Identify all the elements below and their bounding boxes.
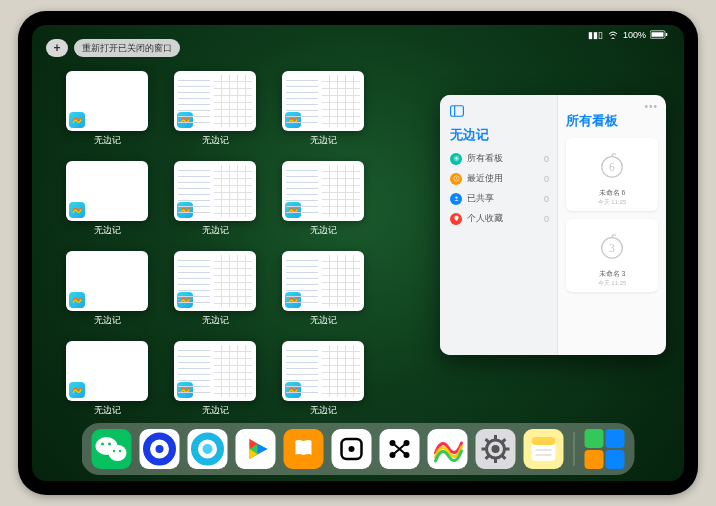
battery-icon [650,30,668,41]
row-count: 0 [544,214,549,224]
window-tile[interactable]: 无边记 [282,71,364,147]
window-title: 无边记 [310,314,337,327]
freeform-app-icon [177,292,193,308]
plus-icon: + [53,41,60,55]
status-bar: ▮▮▯ 100% [588,29,668,41]
svg-text:HD: HD [203,459,212,465]
window-thumbnail [174,71,256,131]
sidebar-item[interactable]: 最近使用 0 [450,172,549,185]
dock-dice-icon[interactable] [332,429,372,469]
panel-main: ••• 所有看板 6 未命名 6 今天 11:25 3 未命名 3 今天 11:… [558,95,666,355]
sidebar-item[interactable]: 所有看板 0 [450,152,549,165]
dock-dots-icon[interactable] [380,429,420,469]
panel-title: 无边记 [450,126,549,144]
window-thumbnail [282,71,364,131]
ipad-frame: ▮▮▯ 100% + 重新打开已关闭的窗口 无边记 无边记 [18,11,698,495]
svg-rect-3 [451,106,464,117]
window-tile[interactable]: 无边记 [66,251,148,327]
window-title: 无边记 [202,134,229,147]
window-thumbnail [66,341,148,401]
board-card[interactable]: 3 未命名 3 今天 11:25 [566,219,658,292]
svg-line-44 [502,439,506,443]
signal-icon: ▮▮▯ [588,30,603,40]
svg-point-15 [108,443,111,446]
screen: ▮▮▯ 100% + 重新打开已关闭的窗口 无边记 无边记 [32,25,684,481]
freeform-app-icon [285,292,301,308]
freeform-app-icon [285,202,301,218]
wifi-icon [607,29,619,41]
window-thumbnail [174,251,256,311]
dock: HD [82,423,635,475]
svg-point-29 [349,446,355,452]
window-title: 无边记 [310,224,337,237]
board-time: 今天 11:25 [598,198,627,207]
window-thumbnail [282,251,364,311]
dock-browser1-icon[interactable] [140,429,180,469]
row-icon [450,193,462,205]
row-label: 所有看板 [467,152,503,165]
window-thumbnail [66,251,148,311]
board-name: 未命名 3 [599,269,626,279]
row-count: 0 [544,154,549,164]
dock-browser2-icon[interactable]: HD [188,429,228,469]
svg-rect-1 [652,32,664,37]
window-thumbnail [282,341,364,401]
new-window-button[interactable]: + [46,39,68,57]
sidebar-toggle-icon[interactable] [450,105,549,120]
panel-right-title: 所有看板 [566,112,658,130]
window-tile[interactable]: 无边记 [174,251,256,327]
window-tile[interactable]: 无边记 [282,251,364,327]
dock-wechat-icon[interactable] [92,429,132,469]
dock-settings-icon[interactable] [476,429,516,469]
board-thumbnail: 3 [576,223,648,269]
window-tile[interactable]: 无边记 [174,341,256,417]
app-switcher-grid: 无边记 无边记 无边记 无边记 无边记 无边记 无边记 无边记 [66,71,446,417]
window-tile[interactable]: 无边记 [66,71,148,147]
more-icon[interactable]: ••• [644,101,658,112]
window-thumbnail [282,161,364,221]
svg-point-16 [113,450,115,452]
svg-marker-26 [258,444,268,454]
freeform-panel[interactable]: 无边记 所有看板 0 最近使用 0 已共享 0 个人收藏 0 ••• 所有看板 … [440,95,666,355]
freeform-app-icon [285,112,301,128]
row-icon [450,153,462,165]
dock-app-library-icon[interactable] [585,429,625,469]
svg-line-38 [502,455,506,459]
sidebar-item[interactable]: 已共享 0 [450,192,549,205]
window-title: 无边记 [202,314,229,327]
row-label: 最近使用 [467,172,503,185]
freeform-app-icon [177,112,193,128]
window-title: 无边记 [94,314,121,327]
board-name: 未命名 6 [599,188,626,198]
reopen-label: 重新打开已关闭的窗口 [82,42,172,55]
window-title: 无边记 [202,224,229,237]
row-label: 已共享 [467,192,494,205]
window-tile[interactable]: 无边记 [282,341,364,417]
dock-books-icon[interactable] [284,429,324,469]
sidebar-item[interactable]: 个人收藏 0 [450,212,549,225]
window-title: 无边记 [310,134,337,147]
svg-rect-47 [532,437,556,445]
board-card[interactable]: 6 未命名 6 今天 11:25 [566,138,658,211]
window-title: 无边记 [94,224,121,237]
svg-point-7 [455,196,457,198]
window-tile[interactable]: 无边记 [66,161,148,237]
window-title: 无边记 [202,404,229,417]
row-icon [450,213,462,225]
reopen-closed-window-pill[interactable]: 重新打开已关闭的窗口 [74,39,180,57]
dock-divider [574,432,575,466]
svg-point-13 [109,445,127,461]
svg-text:6: 6 [609,161,615,173]
window-thumbnail [174,161,256,221]
window-tile[interactable]: 无边记 [174,71,256,147]
dock-freeform-icon[interactable] [428,429,468,469]
battery-label: 100% [623,30,646,40]
window-tile[interactable]: 无边记 [66,341,148,417]
window-tile[interactable]: 无边记 [282,161,364,237]
dock-play-icon[interactable] [236,429,276,469]
window-thumbnail [174,341,256,401]
freeform-app-icon [177,202,193,218]
dock-notes-icon[interactable] [524,429,564,469]
window-tile[interactable]: 无边记 [174,161,256,237]
svg-text:3: 3 [609,242,615,254]
